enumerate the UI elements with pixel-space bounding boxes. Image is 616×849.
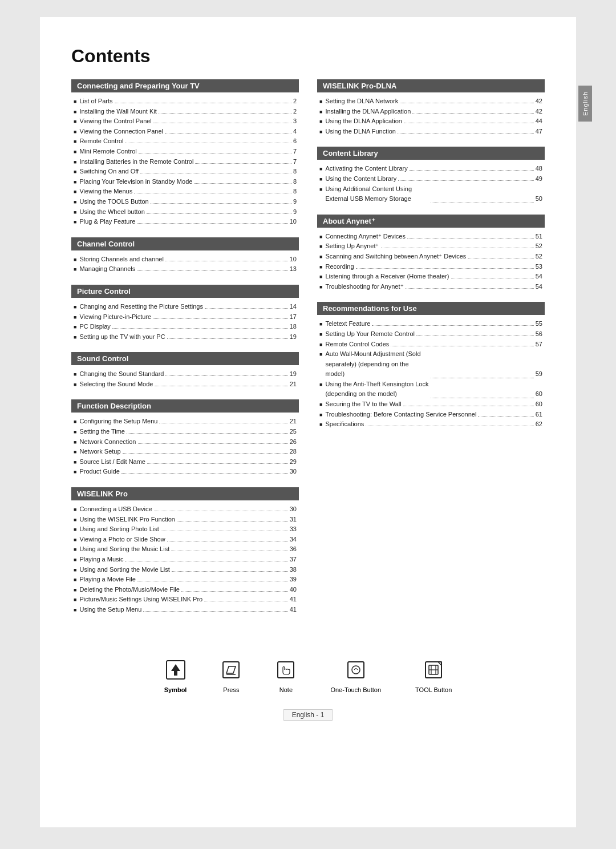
list-item: ■PC Display18: [74, 322, 297, 332]
section-wiselink-dlna: WISELINK Pro-DLNA■Setting the DLNA Netwo…: [317, 79, 545, 136]
page: English Contents Connecting and Preparin…: [40, 17, 576, 827]
section-function: Function Description■Configuring the Set…: [71, 399, 299, 477]
footer-item-one-touch: One-Touch Button: [330, 660, 381, 693]
section-header-channel: Channel Control: [71, 237, 299, 250]
list-item: ■Using the Anti-Theft Kensington Lock (d…: [319, 379, 542, 399]
list-item: ■Picture/Music Settings Using WISELINK P…: [74, 595, 297, 605]
page-label-wrap: English - 1: [71, 699, 545, 721]
list-item: ■Source List / Edit Name29: [74, 457, 297, 467]
section-sound: Sound Control■Changing the Sound Standar…: [71, 352, 299, 389]
section-wiselink: WISELINK Pro■Connecting a USB Device30■U…: [71, 487, 299, 615]
svg-rect-4: [278, 662, 294, 678]
list-item: ■Connecting Anynet⁺ Devices51: [319, 232, 542, 242]
footer-label-tool: TOOL Button: [415, 686, 452, 693]
list-item: ■Scanning and Switching between Anynet⁺ …: [319, 252, 542, 262]
footer-label-symbol: Symbol: [164, 686, 187, 693]
list-item: ■Managing Channels13: [74, 264, 297, 274]
list-item: ■Using the TOOLS Button9: [74, 197, 297, 207]
list-item: ■Troubleshooting: Before Contacting Serv…: [319, 410, 542, 420]
section-header-wiselink: WISELINK Pro: [71, 487, 299, 500]
footer-label-note: Note: [279, 686, 293, 693]
section-header-anynet: About Anynet⁺: [317, 215, 545, 228]
right-column: WISELINK Pro-DLNA■Setting the DLNA Netwo…: [317, 79, 545, 625]
footer: Symbol Press Note One-Touch Button TOOL …: [71, 660, 545, 693]
side-tab: English: [578, 86, 592, 122]
footer-label-press: Press: [223, 686, 239, 693]
list-item: ■Viewing Picture-in-Picture17: [74, 312, 297, 322]
list-item: ■Playing a Movie File39: [74, 575, 297, 585]
list-item: ■List of Parts2: [74, 96, 297, 107]
list-item: ■Using the DLNA Function47: [319, 127, 542, 137]
one-touch-icon: [346, 660, 366, 683]
footer-item-press: Press: [221, 660, 241, 693]
list-item: ■Viewing the Menus8: [74, 187, 297, 197]
list-item: ■Configuring the Setup Menu21: [74, 417, 297, 427]
list-item: ■Connecting a USB Device30: [74, 504, 297, 515]
list-item: ■Playing a Music37: [74, 555, 297, 565]
list-item: ■Switching On and Off8: [74, 167, 297, 177]
list-item: ■Setting up the TV with your PC19: [74, 332, 297, 342]
svg-point-6: [352, 666, 360, 674]
page-title: Contents: [71, 46, 545, 67]
list-item: ■Viewing the Control Panel3: [74, 116, 297, 127]
list-item: ■Using and Sorting Photo List33: [74, 524, 297, 535]
list-item: ■Setting Up Anynet⁺52: [319, 241, 542, 252]
section-header-recommendations: Recommendations for Use: [317, 302, 545, 315]
tool-icon: [423, 660, 444, 683]
section-header-picture: Picture Control: [71, 285, 299, 298]
list-item: ■Product Guide30: [74, 467, 297, 477]
list-item: ■Network Setup28: [74, 447, 297, 457]
section-header-connecting: Connecting and Preparing Your TV: [71, 79, 299, 92]
list-item: ■Installing the DLNA Application42: [319, 107, 542, 117]
list-item: ■Plug & Play Feature10: [74, 217, 297, 227]
list-item: ■Installing Batteries in the Remote Cont…: [74, 157, 297, 167]
list-item: ■Changing the Sound Standard19: [74, 369, 297, 379]
list-item: ■Installing the Wall Mount Kit2: [74, 107, 297, 117]
list-item: ■Storing Channels and channel10: [74, 254, 297, 265]
content-columns: Connecting and Preparing Your TV■List of…: [71, 79, 545, 625]
section-channel: Channel Control■Storing Channels and cha…: [71, 237, 299, 274]
list-item: ■Viewing a Photo or Slide Show34: [74, 535, 297, 545]
list-item: ■Recording53: [319, 262, 542, 272]
section-header-wiselink-dlna: WISELINK Pro-DLNA: [317, 79, 545, 92]
list-item: ■Using the Wheel button9: [74, 207, 297, 217]
section-recommendations: Recommendations for Use■Teletext Feature…: [317, 302, 545, 430]
list-item: ■Selecting the Sound Mode21: [74, 379, 297, 390]
section-header-function: Function Description: [71, 399, 299, 413]
svg-rect-2: [223, 662, 239, 678]
footer-item-note: Note: [275, 660, 296, 693]
footer-item-tool: TOOL Button: [415, 660, 452, 693]
list-item: ■Remote Control Codes57: [319, 339, 542, 350]
list-item: ■Securing the TV to the Wall60: [319, 399, 542, 410]
section-content-library: Content Library■Activating the Content L…: [317, 147, 545, 204]
list-item: ■Using and Sorting the Music List36: [74, 544, 297, 555]
list-item: ■Network Connection26: [74, 437, 297, 447]
svg-rect-5: [348, 662, 364, 678]
list-item: ■Troubleshooting for Anynet⁺54: [319, 282, 542, 292]
footer-label-one-touch: One-Touch Button: [330, 686, 381, 693]
list-item: ■Viewing the Connection Panel4: [74, 127, 297, 137]
list-item: ■Using the WISELINK Pro Function31: [74, 515, 297, 525]
list-item: ■Mini Remote Control7: [74, 147, 297, 157]
section-anynet: About Anynet⁺■Connecting Anynet⁺ Devices…: [317, 215, 545, 292]
list-item: ■Setting the Time25: [74, 427, 297, 437]
hand-icon: [275, 660, 296, 683]
list-item: ■Specifications62: [319, 419, 542, 430]
list-item: ■Setting Up Your Remote Control56: [319, 329, 542, 339]
section-header-content-library: Content Library: [317, 147, 545, 160]
list-item: ■Teletext Feature55: [319, 319, 542, 329]
list-item: ■Using Additional Content Using External…: [319, 184, 542, 204]
list-item: ■Remote Control6: [74, 136, 297, 147]
section-connecting: Connecting and Preparing Your TV■List of…: [71, 79, 299, 227]
section-picture: Picture Control■Changing and Resetting t…: [71, 285, 299, 342]
svg-marker-1: [171, 664, 180, 676]
list-item: ■Deleting the Photo/Music/Movie File40: [74, 585, 297, 595]
left-column: Connecting and Preparing Your TV■List of…: [71, 79, 299, 625]
list-item: ■Using the DLNA Application44: [319, 116, 542, 127]
list-item: ■Using the Content Library49: [319, 174, 542, 184]
list-item: ■Setting the DLNA Network42: [319, 96, 542, 107]
page-label: English - 1: [283, 709, 333, 721]
edit-icon: [221, 660, 241, 683]
section-header-sound: Sound Control: [71, 352, 299, 365]
list-item: ■Using the Setup Menu41: [74, 605, 297, 615]
